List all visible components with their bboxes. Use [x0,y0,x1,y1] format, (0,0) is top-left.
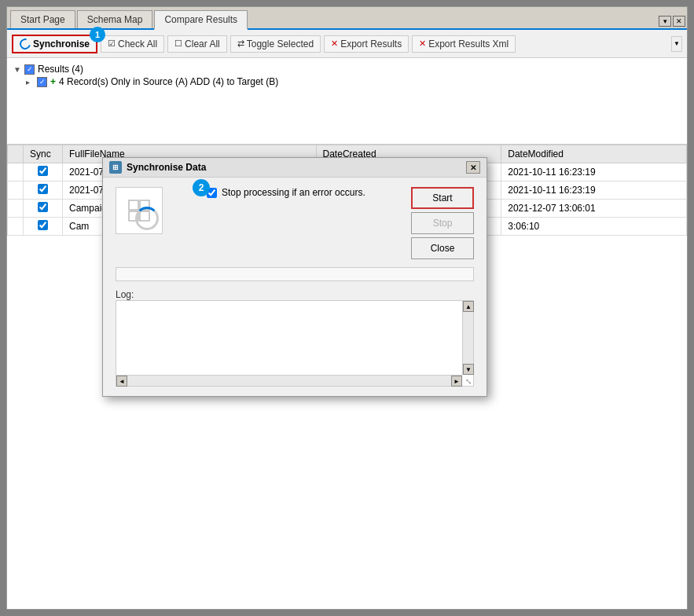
stop-processing-row: Stop processing if an error occurs. [207,187,402,198]
row-sync-3 [24,200,63,218]
dialog-icon-symbol: ⊞ [112,163,119,171]
toggle-icon: ⇄ [237,38,244,49]
stop-label: Stop [433,218,453,229]
scroll-track-h [127,376,451,386]
sync-checkbox-3[interactable] [38,202,48,212]
check-all-button[interactable]: ☑ Check All [101,35,164,53]
row-datemodified-3: 2021-12-07 13:06:01 [501,200,687,218]
sync-dialog: ⊞ Synchronise Data ✕ 2 [102,157,487,397]
synchronise-label: Synchronise [33,38,90,50]
close-button[interactable]: Close [411,237,474,259]
row-arrow-2 [8,182,24,200]
row-datemodified-1: 2021-10-11 16:23:19 [501,163,687,182]
row-sync-1 [24,163,63,182]
plus-icon: + [50,76,56,87]
row-datemodified-4: 3:06:10 [501,218,687,236]
toolbar: Synchronise 1 ☑ Check All ☐ Clear All ⇄ … [7,30,687,58]
start-button[interactable]: Start [411,187,474,209]
scroll-up-button[interactable]: ▲ [463,301,474,312]
log-scrollbar-horizontal[interactable]: ◄ ► [116,375,462,386]
check-all-icon: ☑ [108,38,116,49]
tree-child-row: ▸ + 4 Record(s) Only in Source (A) ADD (… [13,75,681,88]
log-scrollbar-vertical[interactable]: ▲ ▼ [462,301,473,375]
dialog-close-button[interactable]: ✕ [466,161,480,174]
row-datemodified-2: 2021-10-11 16:23:19 [501,182,687,200]
tab-start-page[interactable]: Start Page [10,10,75,28]
export-results-xml-button[interactable]: ✕ Export Results Xml [412,35,516,53]
resize-handle[interactable]: ⤡ [464,376,473,386]
svg-rect-0 [129,200,138,210]
clear-all-icon: ☐ [174,38,182,49]
export-icon: ✕ [331,38,338,49]
col-header-sync: Sync [24,145,63,163]
dialog-top-row: 2 Stop processing if an error occurs. St… [116,187,474,259]
child-checkbox[interactable] [37,77,47,87]
log-label: Log: [116,289,474,300]
sync-spinner-icon [135,207,159,230]
clear-all-button[interactable]: ☐ Clear All [167,35,227,53]
root-checkbox[interactable] [24,64,35,75]
log-section: Log: ▲ ▼ ◄ ► ⤡ [116,289,474,387]
dialog-icon: ⊞ [109,161,122,174]
dialog-titlebar: ⊞ Synchronise Data ✕ [103,158,487,178]
progress-bar [116,267,474,281]
close-label: Close [431,243,455,254]
row-sync-4 [24,218,63,236]
tree-root-row: ▼ Results (4) [13,63,681,75]
sync-icon-area [116,187,163,234]
results-tree-area: ▼ Results (4) ▸ + 4 Record(s) Only in So… [7,58,687,145]
row-arrow-4 [8,218,24,236]
dialog-options: Stop processing if an error occurs. [207,187,402,198]
stop-processing-label: Stop processing if an error occurs. [222,187,365,198]
export-results-xml-label: Export Results Xml [428,38,509,50]
dialog-buttons: Start Stop Close [411,187,474,259]
stop-button[interactable]: Stop [411,212,474,234]
tab-bar: Start Page Schema Map Compare Results ▾ … [7,7,687,30]
log-area: ▲ ▼ ◄ ► ⤡ [116,300,474,387]
tab-compare-results[interactable]: Compare Results [154,10,248,30]
row-arrow-1 [8,163,24,182]
child-expand-arrow[interactable]: ▸ [26,78,34,86]
toggle-selected-button[interactable]: ⇄ Toggle Selected [230,35,321,53]
tree-root-label: Results (4) [38,64,83,75]
close-button[interactable]: ✕ [673,16,685,27]
badge-2: 2 [193,179,210,196]
scroll-right-button[interactable]: ► [451,376,462,387]
sync-icon [17,36,32,51]
clear-all-label: Clear All [185,38,220,50]
restore-button[interactable]: ▾ [659,16,671,27]
expand-arrow[interactable]: ▼ [13,65,21,74]
tab-schema-map[interactable]: Schema Map [77,10,153,28]
sync-checkbox-4[interactable] [38,220,48,230]
toolbar-dropdown[interactable]: ▼ [671,36,682,52]
synchronise-button[interactable]: Synchronise [12,35,97,53]
sync-checkbox-1[interactable] [38,166,48,176]
start-label: Start [432,192,452,204]
scroll-left-button[interactable]: ◄ [116,376,127,387]
badge-1: 1 [90,27,105,42]
sync-checkbox-2[interactable] [38,184,48,194]
scroll-track-v [463,312,473,364]
dialog-body: 2 Stop processing if an error occurs. St… [103,178,487,396]
export-xml-icon: ✕ [419,38,426,49]
row-arrow-3 [8,200,24,218]
export-results-button[interactable]: ✕ Export Results [324,35,409,53]
window-controls: ▾ ✕ [659,16,687,28]
col-header-datemodified: DateModified [501,145,687,163]
row-sync-2 [24,182,63,200]
check-all-label: Check All [118,38,157,50]
scroll-down-button[interactable]: ▼ [463,364,474,375]
col-header-arrow [8,145,24,163]
export-results-label: Export Results [340,38,402,50]
tree-child-label: 4 Record(s) Only in Source (A) ADD (4) t… [59,76,278,87]
dialog-title: Synchronise Data [127,162,206,173]
toggle-selected-label: Toggle Selected [247,38,314,50]
